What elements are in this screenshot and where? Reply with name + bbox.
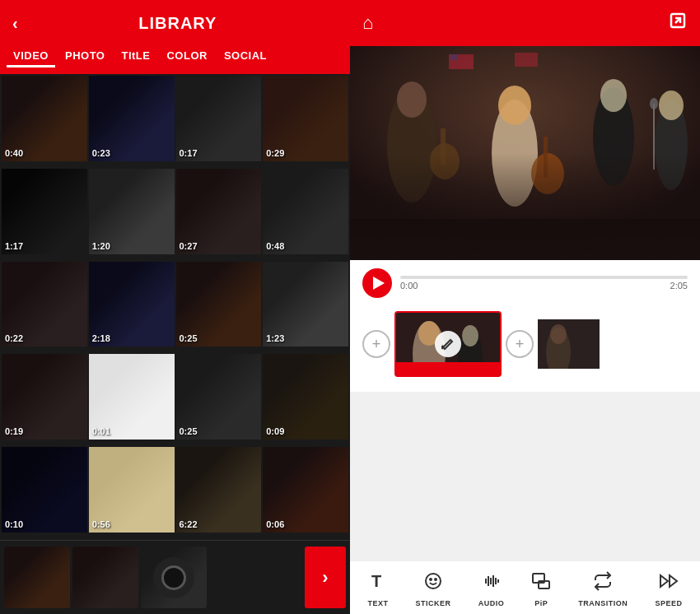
video-duration-9: 0:22 xyxy=(5,333,23,343)
video-thumb-2[interactable]: 0:23 xyxy=(89,76,175,161)
clip-edit-button[interactable] xyxy=(435,331,461,357)
back-button[interactable]: ‹ xyxy=(12,14,18,33)
svg-point-31 xyxy=(426,574,441,588)
svg-rect-10 xyxy=(441,128,446,165)
video-duration-13: 0:19 xyxy=(5,426,23,436)
clip-track: + xyxy=(362,305,688,384)
editor-header: ⌂ xyxy=(350,0,700,46)
tool-icon-transition xyxy=(593,571,613,596)
play-button[interactable] xyxy=(362,268,392,298)
clip-item-2[interactable] xyxy=(538,319,600,369)
svg-rect-5 xyxy=(450,54,457,60)
video-thumb-15[interactable]: 0:25 xyxy=(176,354,262,440)
tab-photo[interactable]: PHOTO xyxy=(58,46,112,67)
video-duration-5: 1:17 xyxy=(5,241,23,251)
video-thumb-8[interactable]: 0:48 xyxy=(263,169,348,254)
time-labels: 0:00 2:05 xyxy=(400,281,688,291)
video-duration-6: 1:20 xyxy=(92,241,110,251)
editor-panel: ⌂ xyxy=(350,0,700,614)
video-thumb-17[interactable]: 0:10 xyxy=(2,447,87,533)
tool-transition[interactable]: TRANSITION xyxy=(578,571,628,607)
svg-point-16 xyxy=(600,79,627,112)
time-current: 0:00 xyxy=(400,281,418,291)
home-button[interactable]: ⌂ xyxy=(362,12,373,34)
bottom-preview-strip: › xyxy=(0,540,350,614)
video-thumb-11[interactable]: 0:25 xyxy=(176,262,262,347)
preview-scene xyxy=(350,46,700,260)
svg-point-12 xyxy=(498,86,531,125)
tool-speed[interactable]: SPEED xyxy=(655,571,682,607)
video-thumb-18[interactable]: 0:56 xyxy=(89,447,175,533)
tool-pip[interactable]: PiP xyxy=(531,571,551,607)
progress-bar[interactable] xyxy=(400,276,688,279)
video-thumb-6[interactable]: 1:20 xyxy=(89,169,175,254)
video-thumb-3[interactable]: 0:17 xyxy=(176,76,262,161)
svg-rect-6 xyxy=(515,53,538,67)
svg-text:T: T xyxy=(371,572,381,590)
video-thumb-10[interactable]: 2:18 xyxy=(89,262,175,347)
video-thumb-5[interactable]: 1:17 xyxy=(2,169,87,254)
tool-icon-pip xyxy=(531,571,551,596)
video-thumb-16[interactable]: 0:09 xyxy=(263,354,348,440)
video-thumb-9[interactable]: 0:22 xyxy=(2,262,87,347)
clip-item-1[interactable] xyxy=(394,311,502,377)
time-total: 2:05 xyxy=(670,281,688,291)
svg-rect-14 xyxy=(544,137,548,178)
video-duration-16: 0:09 xyxy=(266,426,284,436)
tool-audio[interactable]: AUDIO xyxy=(478,571,505,607)
strip-thumb-2[interactable] xyxy=(72,547,138,608)
library-tabs: VIDEO PHOTO TItLE COLOR SOCIAL xyxy=(0,46,350,74)
library-header: ‹ LIBRARY xyxy=(0,0,350,46)
tool-label-audio: AUDIO xyxy=(478,599,505,607)
add-clip-button[interactable]: + xyxy=(362,330,390,358)
video-duration-1: 0:40 xyxy=(5,148,23,158)
video-duration-10: 2:18 xyxy=(92,333,110,343)
tool-icon-speed xyxy=(659,571,679,596)
video-duration-4: 0:29 xyxy=(266,148,284,158)
tab-video[interactable]: VIDEO xyxy=(7,46,55,67)
export-button[interactable] xyxy=(668,11,688,35)
video-duration-15: 0:25 xyxy=(180,426,198,436)
video-thumb-4[interactable]: 0:29 xyxy=(263,76,348,161)
tab-title[interactable]: TItLE xyxy=(114,46,156,67)
svg-point-13 xyxy=(531,153,564,194)
svg-point-20 xyxy=(650,98,658,109)
video-thumb-19[interactable]: 6:22 xyxy=(176,447,262,533)
video-duration-2: 0:23 xyxy=(92,148,110,158)
tool-label-speed: SPEED xyxy=(655,599,682,607)
add-clip-button-2[interactable]: + xyxy=(506,330,534,358)
tab-color[interactable]: COLOR xyxy=(160,46,213,67)
video-thumb-7[interactable]: 0:27 xyxy=(176,169,262,254)
tool-text[interactable]: T TEXT xyxy=(368,571,389,607)
svg-point-33 xyxy=(435,579,436,580)
tab-social[interactable]: SOCIAL xyxy=(217,46,273,67)
video-thumb-1[interactable]: 0:40 xyxy=(2,76,87,161)
strip-thumb-1[interactable] xyxy=(4,547,70,608)
svg-point-8 xyxy=(397,81,427,118)
video-thumb-12[interactable]: 1:23 xyxy=(263,262,348,347)
progress-track[interactable]: 0:00 2:05 xyxy=(400,276,688,291)
video-duration-17: 0:10 xyxy=(5,519,23,529)
strip-thumb-3[interactable] xyxy=(141,547,207,608)
svg-rect-19 xyxy=(653,104,655,170)
tool-label-pip: PiP xyxy=(534,599,548,607)
video-duration-20: 0:06 xyxy=(266,519,284,529)
svg-marker-43 xyxy=(670,575,677,587)
tool-icon-sticker xyxy=(423,571,443,596)
tool-icon-audio xyxy=(481,571,501,596)
clip-active-bar xyxy=(396,362,500,375)
video-grid: 0:40 0:23 0:17 0:29 1:17 1:20 0:27 0:48 … xyxy=(0,74,350,540)
video-duration-3: 0:17 xyxy=(180,148,198,158)
svg-rect-21 xyxy=(350,219,700,260)
video-duration-12: 1:23 xyxy=(266,333,284,343)
next-button[interactable]: › xyxy=(305,547,346,608)
svg-rect-3 xyxy=(350,46,700,260)
playback-controls: 0:00 2:05 xyxy=(362,268,688,298)
timeline-section: 0:00 2:05 + xyxy=(350,260,700,392)
svg-point-18 xyxy=(659,91,684,120)
tool-label-transition: TRANSITION xyxy=(578,599,628,607)
tool-sticker[interactable]: STICKER xyxy=(416,571,451,607)
video-thumb-14[interactable]: 0:01 xyxy=(89,354,175,440)
video-thumb-20[interactable]: 0:06 xyxy=(263,447,348,533)
video-thumb-13[interactable]: 0:19 xyxy=(2,354,87,440)
